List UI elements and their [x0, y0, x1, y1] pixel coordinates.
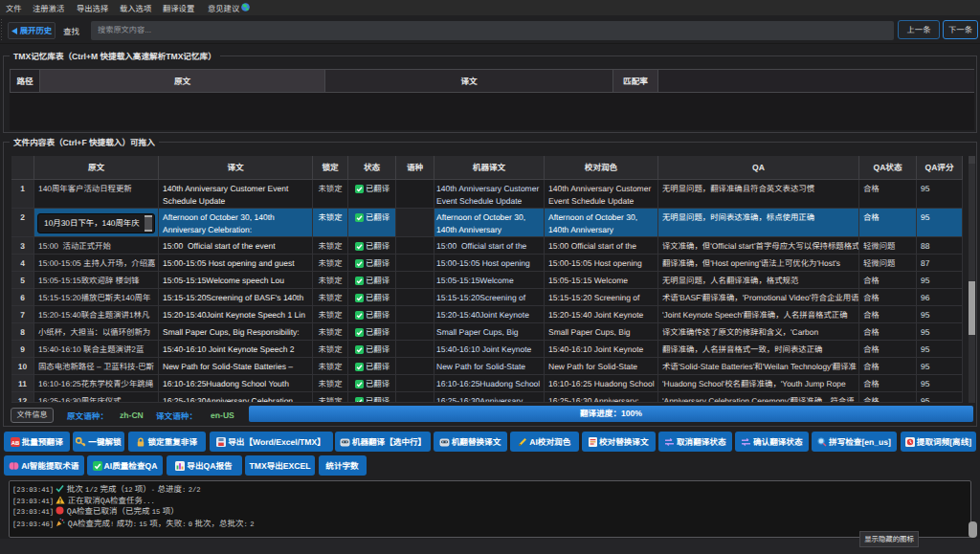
svg-text:AB: AB [11, 439, 19, 446]
